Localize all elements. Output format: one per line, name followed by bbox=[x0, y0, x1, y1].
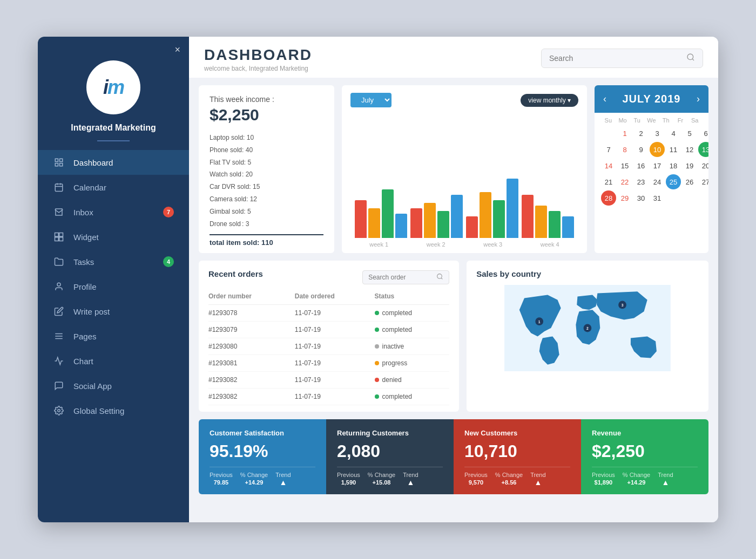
calendar-day[interactable]: 7 bbox=[601, 142, 616, 157]
stat-footer: Previous 9,570 % Change +8.56 Trend ▲ bbox=[464, 467, 570, 487]
stat-trend: Trend ▲ bbox=[530, 472, 545, 487]
bar-3-3 bbox=[562, 216, 574, 238]
bar-1-0 bbox=[410, 208, 422, 238]
sidebar-item-label: Widget bbox=[73, 233, 99, 242]
calendar-day[interactable]: 17 bbox=[650, 158, 665, 173]
income-amount: $2,250 bbox=[210, 106, 323, 124]
sidebar-item-chart[interactable]: Chart bbox=[38, 349, 189, 373]
order-number: #1293082 bbox=[208, 372, 295, 388]
orders-search-box[interactable] bbox=[362, 270, 449, 284]
calendar-day[interactable]: 11 bbox=[666, 142, 681, 157]
calendar-day[interactable]: 8 bbox=[617, 142, 632, 157]
nav-badge-inbox: 7 bbox=[163, 207, 174, 217]
calendar-day[interactable]: 25 bbox=[666, 174, 681, 189]
order-date: 11-07-19 bbox=[295, 305, 375, 322]
order-number: #1293081 bbox=[208, 355, 295, 372]
row-1: This week income : $2,250 Laptop sold: 1… bbox=[199, 85, 708, 253]
close-button[interactable]: × bbox=[174, 44, 180, 56]
calendar-day[interactable]: 13 bbox=[698, 142, 708, 157]
calendar-day[interactable]: 18 bbox=[666, 158, 681, 173]
calendar-day[interactable]: 28 bbox=[601, 190, 616, 206]
calendar-day[interactable]: 23 bbox=[633, 174, 649, 189]
calendar-day[interactable]: 27 bbox=[698, 174, 708, 189]
calendar-day[interactable]: 21 bbox=[601, 174, 616, 189]
sidebar-item-profile[interactable]: Profile bbox=[38, 274, 189, 299]
stat-label: Returning Customers bbox=[337, 429, 443, 437]
calendar-day[interactable]: 24 bbox=[650, 174, 665, 189]
bar-0-3 bbox=[395, 214, 407, 238]
sidebar-divider bbox=[97, 140, 130, 141]
sidebar-item-label: Global Setting bbox=[73, 406, 124, 415]
page-title: DASHBOARD bbox=[204, 46, 312, 64]
sidebar-item-widget[interactable]: Widget bbox=[38, 224, 189, 249]
calendar-day[interactable]: 19 bbox=[682, 158, 697, 173]
sidebar-item-inbox[interactable]: Inbox 7 bbox=[38, 200, 189, 224]
calendar-prev-button[interactable]: ‹ bbox=[603, 93, 606, 105]
calendar-next-button[interactable]: › bbox=[697, 93, 700, 105]
sidebar-item-global-setting[interactable]: Global Setting bbox=[38, 398, 189, 423]
bar-2-3 bbox=[507, 179, 518, 238]
calendar-day[interactable]: 1 bbox=[617, 126, 632, 141]
orders-search-icon bbox=[436, 273, 443, 282]
view-monthly-button[interactable]: view monthly ▾ bbox=[521, 94, 578, 107]
calendar-day[interactable]: 16 bbox=[633, 158, 649, 173]
svg-rect-3 bbox=[60, 163, 63, 166]
sidebar-item-label: Social App bbox=[73, 381, 112, 391]
stat-label: New Customers bbox=[464, 429, 570, 437]
month-dropdown[interactable]: July bbox=[350, 93, 392, 107]
sidebar-item-social-app[interactable]: Social App bbox=[38, 373, 189, 398]
stat-footer: Previous $1,890 % Change +14.29 Trend ▲ bbox=[592, 467, 698, 487]
sidebar-item-write-post[interactable]: Write post bbox=[38, 299, 189, 324]
income-stat-item: Watch sold: 20 bbox=[210, 168, 323, 181]
calendar-day[interactable]: 10 bbox=[650, 142, 665, 157]
bar-1-1 bbox=[424, 203, 436, 238]
calendar-day[interactable]: 5 bbox=[682, 126, 697, 141]
stat-trend: Trend ▲ bbox=[658, 472, 673, 487]
write-icon bbox=[53, 305, 65, 317]
income-stat-item: Drone sold: 3 bbox=[210, 218, 323, 230]
sidebar-item-dashboard[interactable]: Dashboard bbox=[38, 150, 189, 175]
order-status: completed bbox=[375, 305, 450, 322]
calendar-day[interactable]: 31 bbox=[650, 190, 665, 206]
bar-0-1 bbox=[368, 208, 380, 238]
calendar-day[interactable]: 15 bbox=[617, 158, 632, 173]
stat-label: Customer Satisfaction bbox=[210, 429, 315, 437]
calendar-day[interactable]: 26 bbox=[682, 174, 697, 189]
orders-title: Recent orders bbox=[208, 269, 263, 278]
cal-day-header: We bbox=[644, 117, 659, 124]
calendar-month-year: JULY 2019 bbox=[623, 93, 681, 105]
orders-search-input[interactable] bbox=[368, 274, 433, 281]
trend-arrow-icon: ▲ bbox=[279, 478, 287, 487]
calendar-day[interactable]: 29 bbox=[617, 190, 632, 206]
calendar-day[interactable]: 2 bbox=[633, 126, 649, 141]
calendar-day[interactable]: 22 bbox=[617, 174, 632, 189]
bar-3-0 bbox=[522, 195, 534, 238]
order-number: #1293078 bbox=[208, 305, 295, 322]
bar-0-0 bbox=[355, 200, 367, 238]
table-row: #1293079 11-07-19 completed bbox=[208, 322, 449, 338]
week-label: week 4 bbox=[541, 241, 559, 248]
map-widget: Sales by country bbox=[467, 261, 708, 412]
svg-point-17 bbox=[687, 54, 693, 60]
status-dot bbox=[375, 311, 379, 315]
calendar-day[interactable]: 4 bbox=[666, 126, 681, 141]
calendar-day[interactable]: 14 bbox=[601, 158, 616, 173]
order-date: 11-07-19 bbox=[295, 355, 375, 372]
search-input[interactable] bbox=[549, 54, 686, 63]
search-box[interactable] bbox=[541, 49, 703, 68]
social-icon bbox=[53, 380, 65, 392]
sidebar-item-tasks[interactable]: Tasks 4 bbox=[38, 249, 189, 274]
calendar-day[interactable]: 9 bbox=[633, 142, 649, 157]
order-status: denied bbox=[375, 372, 450, 388]
sidebar-item-pages[interactable]: Pages bbox=[38, 324, 189, 349]
calendar-day[interactable]: 3 bbox=[650, 126, 665, 141]
svg-point-16 bbox=[58, 410, 60, 412]
calendar-day[interactable]: 20 bbox=[698, 158, 708, 173]
sidebar-item-calendar[interactable]: Calendar bbox=[38, 175, 189, 200]
calendar-day[interactable]: 30 bbox=[633, 190, 649, 206]
svg-line-20 bbox=[441, 278, 442, 279]
calendar-day[interactable]: 12 bbox=[682, 142, 697, 157]
calendar-day[interactable]: 6 bbox=[698, 126, 708, 141]
income-stat-item: Camera sold: 12 bbox=[210, 193, 323, 206]
svg-rect-4 bbox=[55, 184, 63, 192]
